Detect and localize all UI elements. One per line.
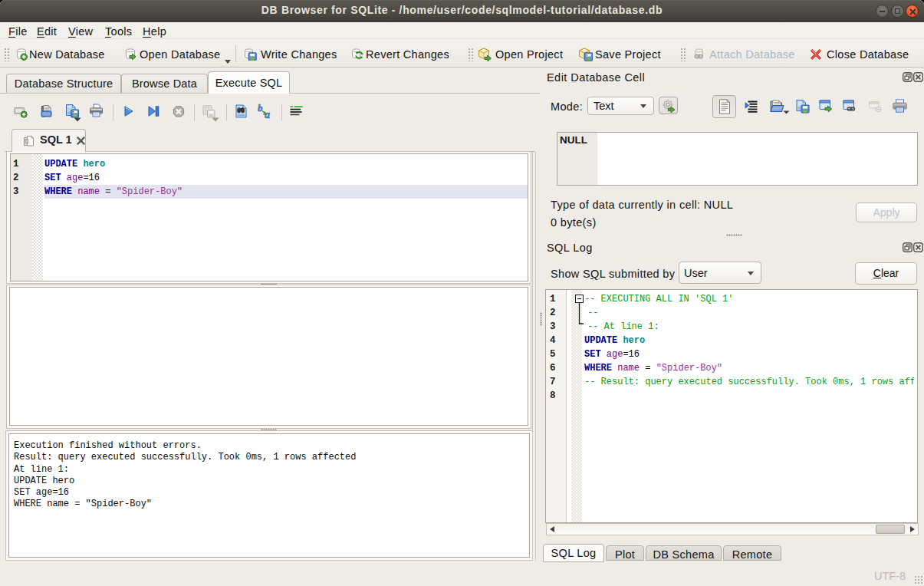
svg-text:b: b bbox=[258, 103, 263, 114]
